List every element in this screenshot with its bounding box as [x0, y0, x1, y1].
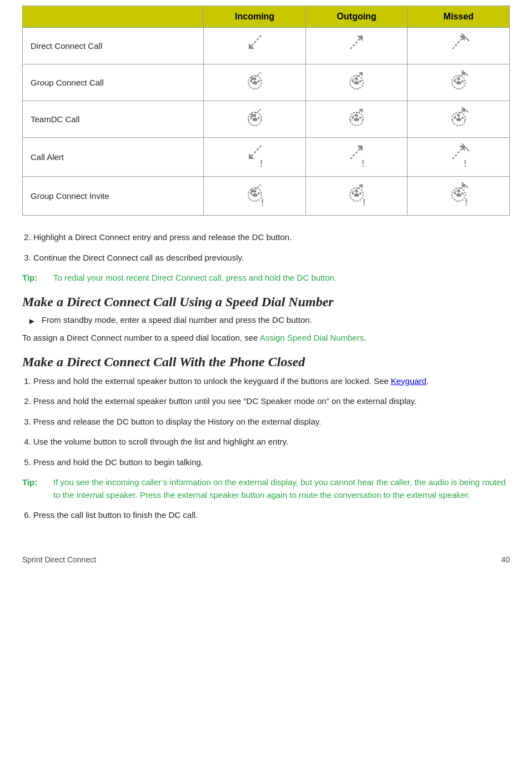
alert-incoming-svg: !: [244, 143, 265, 167]
col-header-incoming: Incoming: [204, 6, 306, 28]
steps-list-2: Press and hold the external speaker butt…: [33, 375, 510, 469]
svg-marker-3: [357, 36, 363, 41]
svg-point-31: [252, 118, 258, 121]
tip-text-2: If you see the incoming caller’s informa…: [53, 476, 510, 501]
svg-marker-58: [249, 153, 254, 159]
svg-point-35: [260, 119, 262, 121]
tip-label-2: Tip:: [22, 476, 43, 501]
svg-point-50: [454, 117, 456, 119]
col-header-missed: Missed: [408, 6, 510, 28]
step-item: Press and release the DC button to displ…: [33, 416, 510, 428]
svg-point-9: [252, 81, 258, 84]
alert-missed-svg: !: [448, 143, 469, 167]
svg-text:!: !: [260, 159, 263, 167]
svg-point-16: [354, 81, 359, 84]
assign-text-post: .: [364, 333, 366, 342]
teamdc-incoming-icon: [204, 101, 306, 138]
svg-point-41: [352, 117, 354, 119]
svg-point-34: [248, 119, 249, 121]
table-row: Group Connect Call: [23, 64, 510, 101]
group-incoming-svg: [243, 70, 267, 91]
svg-text:!: !: [465, 198, 468, 206]
svg-point-24: [454, 80, 456, 82]
footer-left: Sprint Direct Connect: [22, 555, 96, 564]
svg-point-71: [258, 192, 260, 194]
step2-5-text: Press and hold the DC button to begin ta…: [33, 457, 203, 467]
row-label: TeamDC Call: [23, 101, 204, 138]
svg-point-70: [250, 192, 252, 194]
step-item: Continue the Direct Connect call as desc…: [33, 252, 510, 265]
svg-text:!: !: [363, 198, 365, 206]
svg-point-53: [464, 119, 465, 121]
row-label: Group Connect Call: [23, 64, 204, 101]
svg-point-44: [362, 119, 364, 121]
step2-2-text: Press and hold the external speaker butt…: [33, 396, 416, 406]
group-invite-outgoing-icon: !: [305, 177, 408, 216]
table-row: TeamDC Call: [23, 101, 510, 138]
group-connect-outgoing-icon: [305, 64, 408, 101]
direct-connect-incoming-icon: [204, 28, 306, 64]
assign-speed-dial-link[interactable]: Assign Speed Dial Numbers: [260, 333, 364, 342]
col-header-outgoing: Outgoing: [305, 6, 408, 28]
step-item: Highlight a Direct Connect entry and pre…: [33, 231, 510, 244]
outgoing-dc-svg: [346, 33, 367, 54]
svg-point-43: [350, 119, 352, 121]
tip-block-2: Tip: If you see the incoming caller’s in…: [22, 476, 510, 501]
group-connect-missed-icon: [408, 64, 510, 101]
svg-point-78: [352, 192, 354, 194]
svg-point-25: [461, 80, 464, 82]
group-missed-svg: [447, 70, 470, 91]
svg-point-23: [456, 81, 461, 84]
svg-point-86: [454, 192, 456, 194]
group-connect-incoming-icon: [204, 64, 306, 101]
svg-point-79: [359, 192, 362, 194]
teamdc-outgoing-svg: [345, 107, 368, 128]
assign-text: To assign a Direct Connect number to a s…: [22, 331, 510, 345]
step2-4-text: Use the volume button to scroll through …: [33, 437, 288, 446]
call-alert-incoming-icon: !: [204, 138, 306, 177]
keyguard-link[interactable]: Keyguard: [391, 376, 426, 386]
invite-incoming-svg: !: [243, 182, 267, 206]
group-invite-missed-icon: !: [408, 177, 510, 216]
tip-label-1: Tip:: [22, 272, 43, 285]
step-item: Press and hold the DC button to begin ta…: [33, 456, 510, 469]
missed-dc-svg: [448, 33, 469, 54]
svg-point-49: [456, 118, 461, 121]
step-item: Use the volume button to scroll through …: [33, 436, 510, 448]
svg-point-10: [250, 80, 252, 82]
svg-point-77: [354, 193, 359, 197]
step2-1-text: Press and hold the external speaker butt…: [33, 376, 391, 386]
row-label: Group Connect Invite: [23, 177, 204, 216]
step-item: Press the call list button to finish the…: [33, 509, 510, 522]
col-header-label: [23, 6, 204, 28]
invite-outgoing-svg: !: [345, 182, 368, 206]
step-item: Press and hold the external speaker butt…: [33, 375, 510, 388]
svg-point-11: [258, 80, 260, 82]
svg-point-69: [252, 193, 258, 197]
svg-point-87: [461, 192, 464, 194]
svg-marker-1: [249, 43, 254, 49]
teamdc-missed-icon: [408, 101, 510, 138]
call-types-table: Incoming Outgoing Missed Direct Connect …: [22, 6, 510, 216]
teamdc-missed-svg: [447, 107, 470, 128]
assign-text-pre: To assign a Direct Connect number to a s…: [22, 333, 260, 342]
teamdc-incoming-svg: [243, 107, 267, 128]
bullet-item-1: ► From standby mode, enter a speed dial …: [28, 315, 510, 326]
tip-block-1: Tip: To redial your most recent Direct C…: [22, 272, 510, 285]
svg-point-18: [359, 80, 362, 82]
svg-point-17: [352, 80, 354, 82]
table-row: Call Alert ! !: [23, 138, 510, 177]
section-heading-2: Make a Direct Connect Call With the Phon…: [22, 355, 510, 370]
svg-point-42: [359, 117, 362, 119]
row-label: Call Alert: [23, 138, 204, 177]
svg-marker-61: [357, 146, 363, 151]
group-outgoing-svg: [345, 70, 368, 91]
steps-list-3: Press the call list button to finish the…: [33, 509, 510, 522]
direct-connect-outgoing-icon: [305, 28, 408, 64]
table-row: Group Connect Invite !: [23, 177, 510, 216]
svg-text:!: !: [362, 159, 364, 167]
footer-right: 40: [501, 555, 510, 564]
svg-text:!: !: [261, 198, 264, 206]
direct-connect-missed-icon: [408, 28, 510, 64]
svg-point-52: [451, 119, 453, 121]
